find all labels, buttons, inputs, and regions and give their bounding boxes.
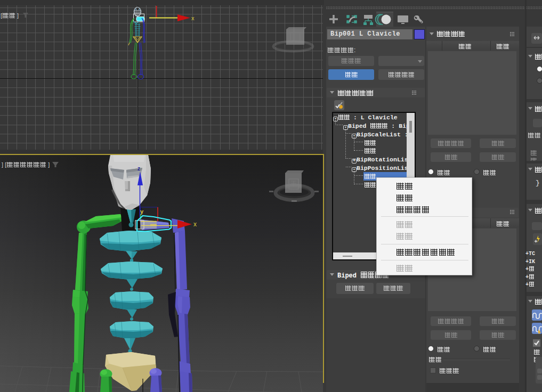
svg-text:x: x <box>193 220 197 228</box>
svg-text:x: x <box>191 15 195 21</box>
svg-text:z: z <box>137 166 140 172</box>
svg-text:y: y <box>140 208 144 215</box>
